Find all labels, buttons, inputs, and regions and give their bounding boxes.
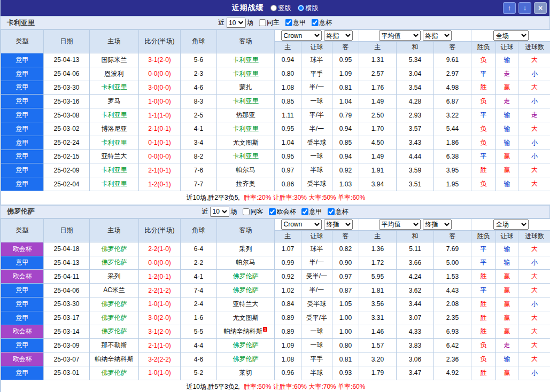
corners: 5-6 (181, 53, 217, 67)
corners: 5-5 (181, 325, 217, 339)
odds-source-select-1[interactable]: 终指 (324, 30, 353, 41)
close-button[interactable]: × (534, 2, 547, 14)
handicap-odds-away: 0.81 (332, 352, 359, 366)
odds-source-select-1[interactable]: 终指 (324, 219, 353, 230)
result-outcome: 胜 (471, 311, 496, 325)
result-source-select-0[interactable]: 全场 (493, 30, 529, 41)
match-row: 欧会杯25-03-07帕纳辛纳科斯3-2(2-2)4-6佛罗伦萨1.08平手0.… (1, 352, 550, 366)
sub-column-header-客: 客 (332, 42, 359, 53)
result-outcome: 负 (471, 339, 496, 352)
odds-source-select-0[interactable]: Crown (281, 30, 322, 41)
recent-count-select[interactable]: 10 (210, 207, 229, 217)
layout-radio-horizontal[interactable] (298, 5, 304, 11)
sub-column-header-让球: 让球 (496, 230, 518, 242)
result-goals: 大 (518, 270, 550, 284)
handicap-odds-home: 0.89 (275, 325, 301, 339)
odds-source-select-0[interactable]: Crown (281, 219, 322, 230)
sub-column-header-让球: 让球 (496, 42, 518, 53)
result-handicap: 输 (496, 177, 518, 191)
home-team: 罗马 (90, 95, 139, 108)
filter-checkbox-同主[interactable]: 同主 (259, 18, 280, 27)
match-date: 25-03-17 (44, 311, 90, 325)
result-outcome: 平 (471, 256, 496, 270)
handicap-odds-home: 0.89 (275, 311, 301, 325)
match-row: 意甲25-04-06AC米兰2-2(1-2)7-4佛罗伦萨1.02半/一0.87… (1, 284, 550, 297)
match-date: 25-03-09 (44, 339, 90, 352)
score: 1-2(0-1) (139, 270, 181, 284)
result-outcome: 平 (471, 150, 496, 163)
avg-odds-home: 5.95 (359, 270, 397, 284)
match-row: 意甲25-03-01佛罗伦萨1-0(1-0)5-2莱切0.96半球0.931.7… (1, 366, 550, 380)
avg-odds-away: 4.43 (434, 284, 471, 297)
handicap-odds-away: 0.94 (332, 122, 359, 136)
corners: 2-3 (181, 67, 217, 81)
avg-source-select-0[interactable]: 平均值 (379, 219, 421, 230)
layout-option-horizontal[interactable]: 横版 (298, 4, 319, 13)
layout-radio-vertical[interactable] (270, 5, 277, 11)
scroll-down-button[interactable]: ↓ (518, 2, 531, 14)
result-goals: 大 (518, 242, 550, 256)
league-badge: 意甲 (1, 297, 44, 311)
filter-checkbox-input-意甲[interactable] (285, 19, 292, 26)
filter-checkbox-input-欧会杯[interactable] (269, 208, 276, 215)
filter-checkbox-意甲[interactable]: 意甲 (285, 18, 306, 27)
filter-checkbox-input-同客[interactable] (243, 208, 250, 215)
result-source-select-0[interactable]: 全场 (493, 219, 529, 230)
handicap-odds-home: 0.92 (275, 270, 301, 284)
filter-controls: 近10场同主意甲意杯 (218, 18, 332, 28)
home-team: 帕纳辛纳科斯 (90, 352, 139, 366)
filter-checkbox-input-同主[interactable] (259, 19, 266, 26)
home-team: 博洛尼亚 (90, 122, 139, 136)
away-team: 佛罗伦萨 (217, 352, 275, 366)
layout-option-vertical[interactable]: 竖版 (270, 4, 291, 13)
filter-checkbox-input-意杯[interactable] (311, 19, 318, 26)
home-team: 亚特兰大 (90, 150, 139, 163)
corners: 6-4 (181, 242, 217, 256)
result-handicap: 赢 (496, 270, 518, 284)
away-team: 尤文图斯 (217, 311, 275, 325)
matches-table: 类型日期主场比分(半场)角球客场Crown终指平均值终指全场主让球客主和客胜负让… (1, 29, 550, 205)
red-card-indicator: 1 (263, 327, 267, 332)
filter-checkbox-意甲[interactable]: 意甲 (301, 207, 322, 216)
result-goals: 大 (518, 339, 550, 352)
match-row: 意甲25-04-13国际米兰3-1(2-0)5-6卡利亚里0.94球半0.951… (1, 53, 550, 67)
match-date: 25-03-30 (44, 81, 90, 95)
league-badge: 意甲 (1, 177, 44, 191)
corners: 7-4 (181, 284, 217, 297)
team-section-header: 佛罗伦萨近10场同客欧会杯意甲意杯 (1, 205, 549, 218)
league-badge: 欧会杯 (1, 352, 44, 366)
league-badge: 意甲 (1, 339, 44, 352)
avg-odds-draw: 3.04 (397, 67, 434, 81)
corners: 2-5 (181, 108, 217, 122)
avg-source-select-0[interactable]: 平均值 (379, 30, 421, 41)
avg-odds-home: 3.56 (359, 297, 397, 311)
handicap-odds-home: 0.97 (275, 163, 301, 177)
filter-matches-label: 场 (247, 18, 253, 27)
avg-odds-home: 1.49 (359, 150, 397, 163)
filter-checkbox-input-意甲[interactable] (301, 208, 308, 215)
recent-count-select[interactable]: 10 (226, 18, 245, 28)
match-date: 25-03-02 (44, 122, 90, 136)
filter-checkbox-意杯[interactable]: 意杯 (328, 207, 348, 216)
column-header-比分(半场): 比分(半场) (139, 30, 181, 53)
summary-record: 近10场,胜2平3负5, (187, 194, 240, 201)
column-header-类型: 类型 (1, 218, 44, 242)
result-outcome: 平 (471, 108, 496, 122)
avg-source-select-1[interactable]: 终指 (423, 219, 452, 230)
avg-source-select-1[interactable]: 终指 (423, 30, 452, 41)
filter-checkbox-input-意杯[interactable] (328, 208, 335, 215)
result-handicap: 赢 (496, 81, 518, 95)
filter-checkbox-意杯[interactable]: 意杯 (311, 18, 332, 27)
match-date: 25-03-07 (44, 352, 90, 366)
avg-odds-home: 1.81 (359, 284, 397, 297)
filter-checkbox-同客[interactable]: 同客 (243, 207, 264, 216)
scroll-up-button[interactable]: ↑ (503, 2, 516, 14)
filter-checkbox-欧会杯[interactable]: 欧会杯 (269, 207, 296, 216)
handicap-odds-away: 1.00 (332, 325, 359, 339)
sub-column-header-胜负: 胜负 (471, 230, 496, 242)
avg-odds-away: 1.95 (434, 177, 471, 191)
match-row: 意甲25-04-13佛罗伦萨0-0(0-0)2-2帕尔马0.99半/一0.901… (1, 256, 550, 270)
result-handicap: 赢 (496, 366, 518, 380)
avg-odds-away: 2.08 (434, 297, 471, 311)
column-header-主场: 主场 (90, 30, 139, 53)
